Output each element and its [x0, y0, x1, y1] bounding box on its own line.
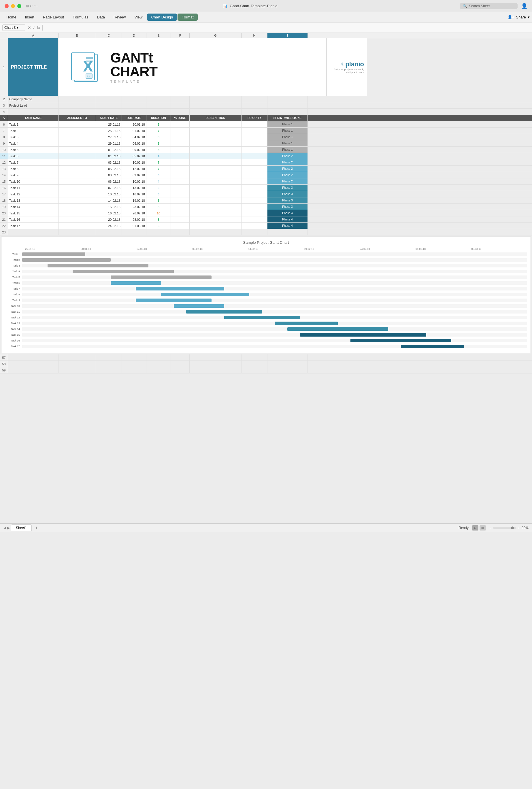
description-cell[interactable]: [190, 216, 242, 223]
col-header-e[interactable]: E: [146, 33, 171, 38]
priority-cell[interactable]: [242, 185, 267, 191]
due-date-cell[interactable]: 26.02.18: [122, 210, 146, 216]
cell-23g[interactable]: [190, 229, 242, 235]
priority-cell[interactable]: [242, 172, 267, 178]
cell-2d[interactable]: [122, 96, 146, 102]
task-name-cell[interactable]: Task 17: [8, 223, 58, 229]
add-sheet-button[interactable]: +: [33, 524, 40, 532]
cell-4e[interactable]: [146, 109, 171, 115]
cell-23c[interactable]: [96, 229, 122, 235]
cell-23b[interactable]: [58, 229, 96, 235]
cell-2h[interactable]: [242, 96, 267, 102]
duration-cell[interactable]: 8: [146, 216, 171, 223]
confirm-formula-button[interactable]: ✓: [32, 25, 36, 30]
col-header-b[interactable]: B: [58, 33, 96, 38]
start-date-cell[interactable]: 14.02.18: [96, 197, 122, 204]
cell-3b[interactable]: [58, 102, 96, 108]
assigned-cell[interactable]: [58, 178, 96, 185]
priority-cell[interactable]: [242, 128, 267, 134]
due-date-cell[interactable]: 10.02.18: [122, 159, 146, 166]
project-lead-cell[interactable]: Project Lead: [8, 102, 58, 108]
cell-4b[interactable]: [58, 109, 96, 115]
priority-cell[interactable]: [242, 210, 267, 216]
task-name-cell[interactable]: Task 7: [8, 159, 58, 166]
description-cell[interactable]: [190, 172, 242, 178]
page-view-icon[interactable]: ▤: [479, 525, 486, 531]
due-date-cell[interactable]: 06.02.18: [122, 140, 146, 147]
priority-cell[interactable]: [242, 216, 267, 223]
cell-23d[interactable]: [122, 229, 146, 235]
task-name-cell[interactable]: Task 13: [8, 197, 58, 204]
cell-2g[interactable]: [190, 96, 242, 102]
zoom-out-button[interactable]: −: [489, 526, 491, 530]
zoom-in-button[interactable]: +: [518, 526, 520, 530]
priority-cell[interactable]: [242, 153, 267, 159]
cell-3f[interactable]: [171, 102, 190, 108]
task-name-cell[interactable]: Task 1: [8, 121, 58, 127]
assigned-cell[interactable]: [58, 185, 96, 191]
duration-cell[interactable]: 5: [146, 197, 171, 204]
assigned-cell[interactable]: [58, 147, 96, 153]
cell-3c[interactable]: [96, 102, 122, 108]
duration-cell[interactable]: 6: [146, 185, 171, 191]
description-cell[interactable]: [190, 134, 242, 140]
duration-cell[interactable]: 8: [146, 147, 171, 153]
due-date-cell[interactable]: 23.02.18: [122, 204, 146, 210]
cell-23e[interactable]: [146, 229, 171, 235]
cell-3e[interactable]: [146, 102, 171, 108]
pct-done-cell[interactable]: [171, 172, 190, 178]
start-date-cell[interactable]: 29.01.18: [96, 140, 122, 147]
cell-4c[interactable]: [96, 109, 122, 115]
due-date-cell[interactable]: 01.02.18: [122, 128, 146, 134]
pct-done-cell[interactable]: [171, 134, 190, 140]
cell-2f[interactable]: [171, 96, 190, 102]
start-date-cell[interactable]: 25.01.18: [96, 121, 122, 127]
due-date-cell[interactable]: 09.02.18: [122, 147, 146, 153]
task-name-cell[interactable]: Task 2: [8, 128, 58, 134]
assigned-cell[interactable]: [58, 153, 96, 159]
duration-cell[interactable]: 6: [146, 172, 171, 178]
due-date-cell[interactable]: 30.01.18: [122, 121, 146, 127]
duration-cell[interactable]: 5: [146, 223, 171, 229]
cell-3h[interactable]: [242, 102, 267, 108]
project-title-cell[interactable]: PROJECT TITLE: [8, 38, 58, 96]
duration-cell[interactable]: 8: [146, 204, 171, 210]
due-date-cell[interactable]: 04.02.18: [122, 134, 146, 140]
col-header-i[interactable]: I: [267, 33, 308, 38]
assigned-cell[interactable]: [58, 204, 96, 210]
zoom-slider[interactable]: [493, 527, 516, 529]
menu-home[interactable]: Home: [2, 14, 20, 21]
priority-cell[interactable]: [242, 134, 267, 140]
sheet-body[interactable]: 1 PROJECT TITLE X: [0, 38, 532, 523]
cell-4a[interactable]: [8, 109, 58, 115]
next-sheet-button[interactable]: ▶: [7, 526, 10, 530]
cell-3i[interactable]: [267, 102, 308, 108]
description-cell[interactable]: [190, 147, 242, 153]
col-header-d[interactable]: D: [122, 33, 146, 38]
menu-data[interactable]: Data: [93, 14, 109, 21]
duration-cell[interactable]: 7: [146, 166, 171, 172]
start-date-cell[interactable]: 24.02.18: [96, 223, 122, 229]
start-date-cell[interactable]: 27.01.18: [96, 134, 122, 140]
cell-4d[interactable]: [122, 109, 146, 115]
pct-done-cell[interactable]: [171, 191, 190, 197]
maximize-button[interactable]: [17, 4, 21, 8]
task-name-cell[interactable]: Task 5: [8, 147, 58, 153]
task-name-cell[interactable]: Task 14: [8, 204, 58, 210]
task-name-cell[interactable]: Task 16: [8, 216, 58, 223]
description-cell[interactable]: [190, 204, 242, 210]
task-name-cell[interactable]: Task 11: [8, 185, 58, 191]
pct-done-cell[interactable]: [171, 216, 190, 223]
col-header-c[interactable]: C: [96, 33, 122, 38]
assigned-cell[interactable]: [58, 140, 96, 147]
description-cell[interactable]: [190, 191, 242, 197]
pct-done-cell[interactable]: [171, 178, 190, 185]
duration-cell[interactable]: 6: [146, 191, 171, 197]
formula-input[interactable]: [45, 25, 530, 31]
pct-done-cell[interactable]: [171, 197, 190, 204]
assigned-cell[interactable]: [58, 216, 96, 223]
duration-cell[interactable]: 4: [146, 153, 171, 159]
priority-cell[interactable]: [242, 204, 267, 210]
assigned-cell[interactable]: [58, 210, 96, 216]
pct-done-cell[interactable]: [171, 121, 190, 127]
